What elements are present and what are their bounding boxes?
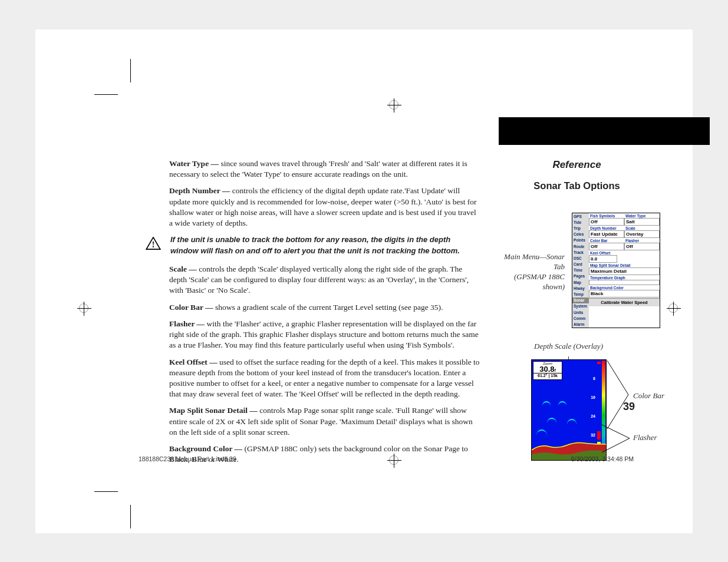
menu-tab: Units — [572, 309, 589, 315]
registration-mark-icon — [668, 303, 678, 313]
menu-tab: Sonar — [572, 297, 589, 303]
menu-tab: Pages — [572, 273, 589, 279]
menu-label: Fish Symbols — [589, 213, 624, 218]
menu-tab: Tide — [572, 219, 589, 225]
menu-value: Off — [589, 243, 624, 250]
menu-tab: DSC — [572, 255, 589, 261]
footer-slug-left: 188188C238 Manual Part 1.indd 39 — [139, 455, 236, 462]
menu-tab: Card — [572, 262, 589, 267]
caption-line: (GPSMAP 188C shown) — [514, 272, 565, 291]
crop-mark — [130, 59, 131, 82]
menu-value: Overlay — [624, 230, 660, 238]
menu-label: Background Color — [589, 285, 660, 290]
menu-tab: Route — [572, 243, 589, 249]
menu-value: 0.0 — [589, 255, 617, 263]
menu-tab: Map — [572, 279, 589, 285]
menu-tab: System — [572, 303, 589, 309]
definition-keel-offset: Keel Offset — used to offset the surface… — [169, 357, 482, 400]
menu-label: Temperature Graph — [589, 275, 660, 280]
calibrate-button: Calibrate Water Speed — [589, 298, 660, 306]
body: shows a gradient scale of the current Ta… — [213, 303, 443, 312]
speed-value: 15k — [551, 373, 558, 378]
menu-value: Salt — [624, 218, 660, 226]
menu-tab: Time — [572, 267, 589, 273]
sonar-screenshot: Zoom 30.8f 61.2° | 15k 8 16 24 32 40 — [531, 359, 607, 461]
menu-label: Depth Number — [589, 226, 624, 230]
caption-main-menu: Main Menu—Sonar Tab (GPSMAP 188C shown) — [494, 252, 565, 292]
menu-body: Fish Symbols Off Water Type Salt Depth N… — [589, 213, 660, 328]
term: Water Type — — [169, 159, 219, 168]
term: Map Split Sonar Detail — — [169, 406, 258, 415]
header-banner — [499, 117, 710, 145]
svg-text:!: ! — [152, 240, 155, 249]
caption-color-bar: Color Bar — [633, 391, 664, 401]
definition-depth-number: Depth Number — controls the efficiency o… — [169, 186, 482, 229]
menu-label: Water Type — [624, 213, 660, 218]
registration-mark-icon — [79, 303, 88, 313]
menu-tab-list: GPSTideTripCelesPointsRouteTrackDSCCardT… — [572, 213, 589, 328]
menu-tab: Hiway — [572, 285, 589, 291]
term: Background Color — — [169, 444, 242, 453]
menu-label: Keel Offset — [589, 250, 660, 255]
menu-label: Flasher — [624, 238, 660, 243]
menu-tab: Alarm — [572, 321, 589, 327]
menu-tab: Comm — [572, 315, 589, 321]
warning-triangle-icon: ! — [146, 237, 161, 250]
menu-tab: Track — [572, 249, 589, 255]
temp-value: 61.2° — [538, 373, 547, 378]
scale-mark: 32 — [591, 433, 595, 437]
caption-depth-scale: Depth Scale (Overlay) — [526, 342, 611, 352]
menu-value: Fast Update — [589, 230, 624, 238]
menu-value: Maximum Detail — [589, 267, 660, 275]
note-text: If the unit is unable to track the botto… — [170, 234, 480, 257]
crop-mark — [94, 491, 118, 492]
registration-mark-icon — [389, 100, 398, 110]
scale-mark: 8 — [593, 376, 595, 381]
sonar-depth-box: Zoom 30.8f 61.2° | 15k — [533, 361, 562, 380]
menu-label: Map Split Sonar Detail — [589, 263, 660, 267]
scale-mark: 16 — [591, 395, 595, 399]
menu-value: Off — [589, 218, 624, 226]
caption-line: Main Menu—Sonar Tab — [504, 252, 565, 271]
menu-value: Black — [589, 290, 660, 297]
scale-mark: 24 — [591, 414, 595, 418]
flasher-pointer — [601, 424, 634, 459]
depth-value: 30.8 — [539, 365, 554, 373]
menu-screenshot: GPSTideTripCelesPointsRouteTrackDSCCardT… — [572, 213, 660, 328]
body: with the 'Flasher' active, a graphic Fla… — [169, 319, 479, 349]
section-heading: Sonar Tab Options — [499, 180, 655, 191]
footer-slug-right: 6/30/2003, 3:34:48 PM — [571, 455, 634, 462]
body: controls the depth 'Scale' displayed ver… — [169, 265, 469, 295]
main-content: Water Type — since sound waves travel th… — [169, 158, 482, 471]
definition-scale: Scale — controls the depth 'Scale' displ… — [169, 264, 482, 296]
note-box: ! If the unit is unable to track the bot… — [146, 234, 482, 257]
definition-map-split: Map Split Sonar Detail — controls Map Pa… — [169, 405, 482, 438]
menu-label: Scale — [624, 226, 660, 230]
page-number: 39 — [623, 401, 635, 413]
definition-color-bar: Color Bar — shows a gradient scale of th… — [169, 302, 482, 313]
menu-tab: GPS — [572, 213, 589, 219]
definition-water-type: Water Type — since sound waves travel th… — [169, 158, 482, 180]
reference-heading: Reference — [499, 159, 655, 171]
definition-flasher: Flasher — with the 'Flasher' active, a g… — [169, 319, 482, 351]
term: Scale — — [169, 265, 197, 273]
menu-value: Off — [624, 243, 660, 250]
menu-tab: Points — [572, 237, 589, 243]
term: Flasher — — [169, 319, 205, 328]
menu-tab: Temp — [572, 291, 589, 297]
menu-label: Color Bar — [589, 238, 624, 243]
crop-mark — [94, 94, 118, 95]
page: Reference Sonar Tab Options Water Type —… — [35, 29, 693, 533]
crop-mark — [130, 505, 131, 528]
menu-tab: Celes — [572, 232, 589, 237]
menu-value — [589, 280, 660, 285]
menu-tab: Trip — [572, 225, 589, 231]
term: Color Bar — — [169, 303, 213, 312]
term: Keel Offset — — [169, 358, 218, 366]
term: Depth Number — — [169, 186, 230, 195]
caption-flasher: Flasher — [633, 433, 657, 443]
